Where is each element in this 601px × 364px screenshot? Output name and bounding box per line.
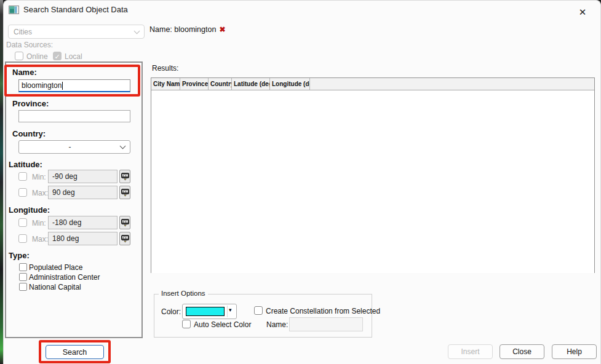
lon-min-input[interactable]: -180 deg [48,216,117,229]
text-caret [62,82,63,90]
national-capital-checkbox[interactable] [19,283,27,291]
name-input-value: bloomington [22,81,62,90]
column-header-filler [310,78,594,90]
window-close-icon[interactable]: ✕ [572,5,593,20]
window-title: Search Standard Object Data [23,5,128,14]
insert-button[interactable]: Insert [448,344,493,359]
online-checkbox[interactable] [15,52,23,60]
screen: Search Standard Object Data ✕ Cities Nam… [0,0,601,364]
lat-max-angle-picker-button[interactable] [119,186,130,199]
category-select[interactable]: Cities [8,25,145,39]
lat-min-checkbox[interactable] [18,172,27,181]
color-swatch [186,307,225,316]
lat-max-checkbox[interactable] [18,188,27,197]
column-header-country[interactable]: Country [209,78,232,90]
insert-options-legend: Insert Options [159,290,208,297]
chevron-down-icon [134,28,140,34]
category-select-value: Cities [14,28,32,36]
column-header-city-name[interactable]: City Name [151,78,180,90]
divider [227,306,228,317]
angle-ruler-icon [121,189,129,197]
lon-max-label: Max: [32,235,48,243]
national-capital-label: National Capital [29,283,81,291]
create-constellation-checkbox[interactable] [254,306,263,315]
lon-max-angle-picker-button[interactable] [119,232,130,245]
chevron-down-icon: ▾ [229,307,232,313]
latitude-section-label: Latitude: [9,160,42,169]
lon-max-input[interactable]: 180 deg [48,232,117,245]
country-select-value: - [19,143,121,151]
remove-filter-icon[interactable]: ✖ [219,25,225,34]
local-label: Local [65,52,82,61]
column-header-longitude[interactable]: Longitude (deg) [270,78,310,90]
column-header-latitude[interactable]: Latitude (deg) [232,78,270,90]
column-header-province[interactable]: Province [180,78,209,90]
populated-place-label: Populated Place [29,263,82,272]
local-checkbox[interactable]: ✓ [53,52,62,60]
administration-center-label: Administration Center [29,273,100,282]
lon-max-checkbox[interactable] [18,234,27,243]
insert-name-label: Name: [266,320,288,329]
lat-max-label: Max: [32,189,48,197]
active-filter-chip: Name: bloomington ✖ [149,25,225,34]
type-section-label: Type: [9,251,30,260]
populated-place-checkbox[interactable] [19,263,27,271]
color-dropdown[interactable]: ▾ [182,304,237,319]
results-table-header: City Name Province Country Latitude (deg… [151,78,594,90]
angle-ruler-icon [121,235,129,243]
chevron-down-icon [120,143,126,149]
online-label: Online [26,52,48,61]
lon-min-label: Min: [32,219,46,228]
province-input[interactable] [18,110,130,122]
longitude-section-label: Longitude: [9,205,50,215]
lat-max-input[interactable]: 90 deg [48,186,117,199]
results-table: City Name Province Country Latitude (deg… [151,77,595,273]
search-button[interactable]: Search [46,345,104,359]
color-label: Color: [161,307,181,316]
name-field-label: Name: [12,68,37,77]
insert-name-input[interactable] [289,317,363,331]
country-select[interactable]: - [18,140,130,154]
results-label: Results: [152,64,178,73]
lat-min-input[interactable]: -90 deg [48,170,117,183]
app-window-icon [9,6,19,17]
administration-center-checkbox[interactable] [19,273,27,281]
lat-min-angle-picker-button[interactable] [119,170,130,183]
create-constellation-label: Create Constellation from Selected [266,307,380,315]
filter-chip-text: Name: bloomington [149,25,216,34]
help-button[interactable]: Help [552,344,597,359]
country-field-label: Country: [12,129,46,138]
close-button[interactable]: Close [500,344,544,359]
auto-select-color-label: Auto Select Color [194,320,251,329]
angle-ruler-icon [121,219,129,227]
data-sources-label: Data Sources: [6,41,53,49]
auto-select-color-checkbox[interactable] [182,320,191,328]
name-input[interactable]: bloomington [18,79,130,92]
lat-min-label: Min: [32,173,46,181]
lon-min-angle-picker-button[interactable] [119,216,130,229]
lon-min-checkbox[interactable] [18,218,27,227]
province-field-label: Province: [12,99,49,108]
angle-ruler-icon [121,173,129,181]
results-table-body [151,90,594,273]
